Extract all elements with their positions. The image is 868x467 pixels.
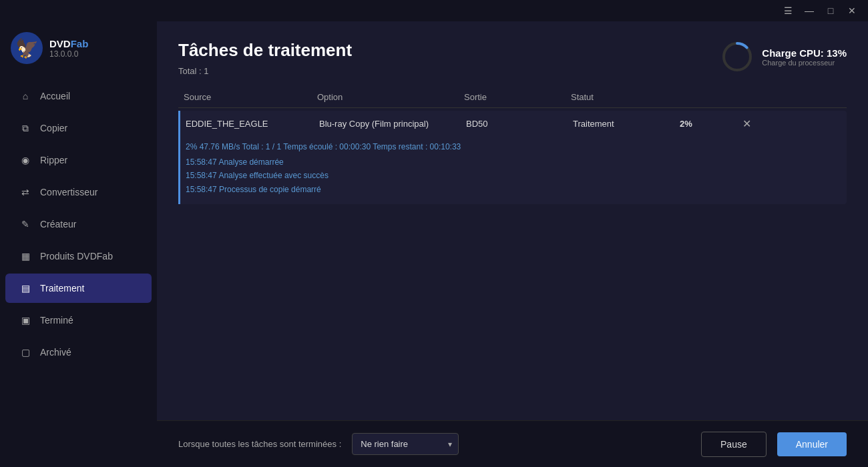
content-header: Tâches de traitement Total : 1 Charge CP… <box>157 21 868 87</box>
sidebar-label-produits: Produits DVDFab <box>40 251 113 262</box>
log-line-3: 15:58:47 Processus de copie démarré <box>186 183 841 196</box>
sidebar-label-convertisseur: Convertisseur <box>40 187 97 197</box>
col-source: Source <box>184 92 317 102</box>
pause-button[interactable]: Pause <box>701 432 767 457</box>
footer: Lorsque toutes les tâches sont terminées… <box>157 420 868 467</box>
sidebar-item-accueil[interactable]: ⌂ Accueil <box>5 81 152 111</box>
sidebar-item-createur[interactable]: ✎ Créateur <box>5 209 152 239</box>
logo-text: DVDFab 13.0.0.0 <box>49 38 88 59</box>
process-icon: ▤ <box>19 282 32 295</box>
select-wrapper[interactable]: Ne rien faire Éteindre Hiberner Redémarr… <box>352 433 459 455</box>
progress-details: 2% 47.76 MB/s Total : 1 / 1 Temps écoulé… <box>180 137 847 204</box>
sidebar-label-accueil: Accueil <box>40 91 70 101</box>
sidebar-label-archive: Archivé <box>40 347 71 358</box>
table-header: Source Option Sortie Statut <box>178 87 847 108</box>
cpu-sublabel: Charge du processeur <box>762 59 847 67</box>
content-area: Tâches de traitement Total : 1 Charge CP… <box>157 21 868 467</box>
footer-label: Lorsque toutes les tâches sont terminées… <box>178 439 341 449</box>
titlebar-maximize-btn[interactable]: □ <box>820 0 841 21</box>
maximize-icon: □ <box>828 5 833 16</box>
row-source: EDDIE_THE_EAGLE <box>186 119 319 129</box>
row-percent: 2% <box>680 119 733 129</box>
sidebar: 🦅 DVDFab 13.0.0.0 ⌂ Accueil ⧉ Copier ◉ R… <box>0 21 157 467</box>
row-statut: Traitement <box>573 119 680 129</box>
log-line-2: 15:58:47 Analyse effectuée avec succès <box>186 169 841 182</box>
sidebar-item-copier[interactable]: ⧉ Copier <box>5 113 152 143</box>
header-left: Tâches de traitement Total : 1 <box>178 40 352 76</box>
sidebar-label-ripper: Ripper <box>40 155 67 165</box>
cancel-button[interactable]: Annuler <box>777 432 847 456</box>
cpu-label: Charge CPU: 13% <box>762 47 847 59</box>
disc-icon: ◉ <box>19 153 32 167</box>
convert-icon: ⇄ <box>19 185 32 199</box>
sidebar-label-copier: Copier <box>40 123 67 133</box>
copy-icon: ⧉ <box>19 121 32 135</box>
titlebar: ☰ — □ ✕ <box>0 0 868 21</box>
products-icon: ▦ <box>19 250 32 263</box>
app-title: DVDFab <box>49 38 88 49</box>
sidebar-item-produits[interactable]: ▦ Produits DVDFab <box>5 242 152 271</box>
archive-icon: ▢ <box>19 346 32 359</box>
titlebar-minimize-btn[interactable]: — <box>799 0 820 21</box>
sidebar-item-termine[interactable]: ▣ Terminé <box>5 306 152 335</box>
sidebar-item-traitement[interactable]: ▤ Traitement <box>5 274 152 303</box>
done-icon: ▣ <box>19 314 32 327</box>
task-row: EDDIE_THE_EAGLE Blu-ray Copy (Film princ… <box>180 111 847 137</box>
sidebar-item-archive[interactable]: ▢ Archivé <box>5 338 152 367</box>
cpu-info: Charge CPU: 13% Charge du processeur <box>762 47 847 67</box>
total-label: Total : 1 <box>178 66 352 76</box>
home-icon: ⌂ <box>19 89 32 103</box>
col-option: Option <box>317 92 464 102</box>
create-icon: ✎ <box>19 217 32 231</box>
row-option: Blu-ray Copy (Film principal) <box>319 119 466 129</box>
sidebar-item-ripper[interactable]: ◉ Ripper <box>5 145 152 175</box>
row-close-button[interactable]: ✕ <box>733 117 760 130</box>
close-icon: ✕ <box>848 5 856 16</box>
app-body: 🦅 DVDFab 13.0.0.0 ⌂ Accueil ⧉ Copier ◉ R… <box>0 21 868 467</box>
cpu-widget: Charge CPU: 13% Charge du processeur <box>720 40 847 73</box>
col-sortie: Sortie <box>464 92 571 102</box>
col-statut: Statut <box>571 92 678 102</box>
sidebar-item-convertisseur[interactable]: ⇄ Convertisseur <box>5 177 152 207</box>
table-row: EDDIE_THE_EAGLE Blu-ray Copy (Film princ… <box>178 111 847 204</box>
table-area: Source Option Sortie Statut EDDIE_THE_EA… <box>157 87 868 420</box>
row-sortie: BD50 <box>466 119 573 129</box>
app-version: 13.0.0.0 <box>49 49 88 59</box>
sidebar-label-traitement: Traitement <box>40 283 84 294</box>
page-title: Tâches de traitement <box>178 40 352 61</box>
progress-bar-row: 2% 47.76 MB/s Total : 1 / 1 Temps écoulé… <box>186 142 841 151</box>
logo-icon: 🦅 <box>11 32 43 64</box>
minimize-icon: — <box>805 5 814 16</box>
sidebar-label-termine: Terminé <box>40 315 73 326</box>
titlebar-close-btn[interactable]: ✕ <box>841 0 863 21</box>
when-done-select[interactable]: Ne rien faire Éteindre Hiberner Redémarr… <box>352 433 459 455</box>
menu-icon: ☰ <box>784 5 793 16</box>
titlebar-menu-btn[interactable]: ☰ <box>777 0 799 21</box>
cpu-ring <box>720 40 754 73</box>
logo-area: 🦅 DVDFab 13.0.0.0 <box>0 32 157 80</box>
sidebar-label-createur: Créateur <box>40 219 76 229</box>
log-line-1: 15:58:47 Analyse démarrée <box>186 155 841 169</box>
